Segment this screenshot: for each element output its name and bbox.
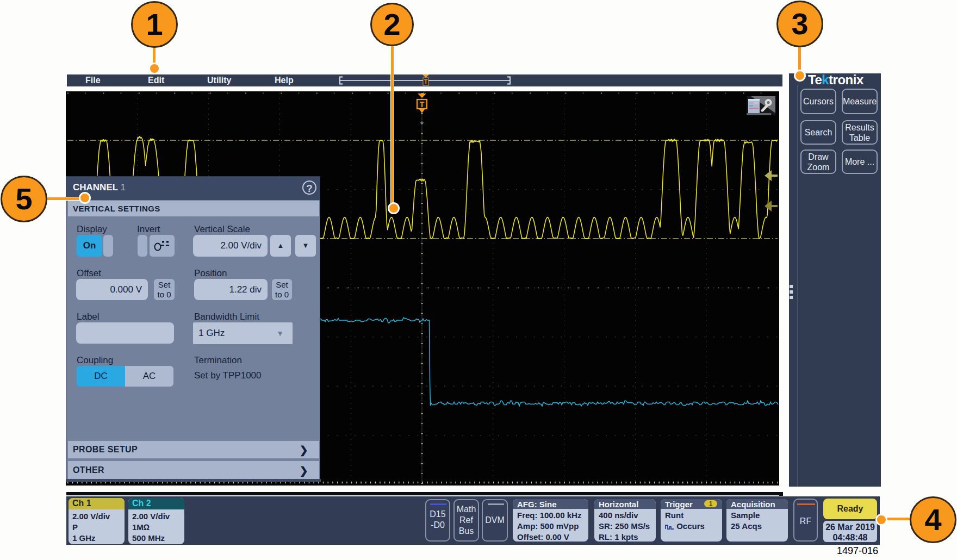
svg-text:T: T bbox=[420, 100, 425, 109]
svg-text:T: T bbox=[424, 78, 428, 85]
